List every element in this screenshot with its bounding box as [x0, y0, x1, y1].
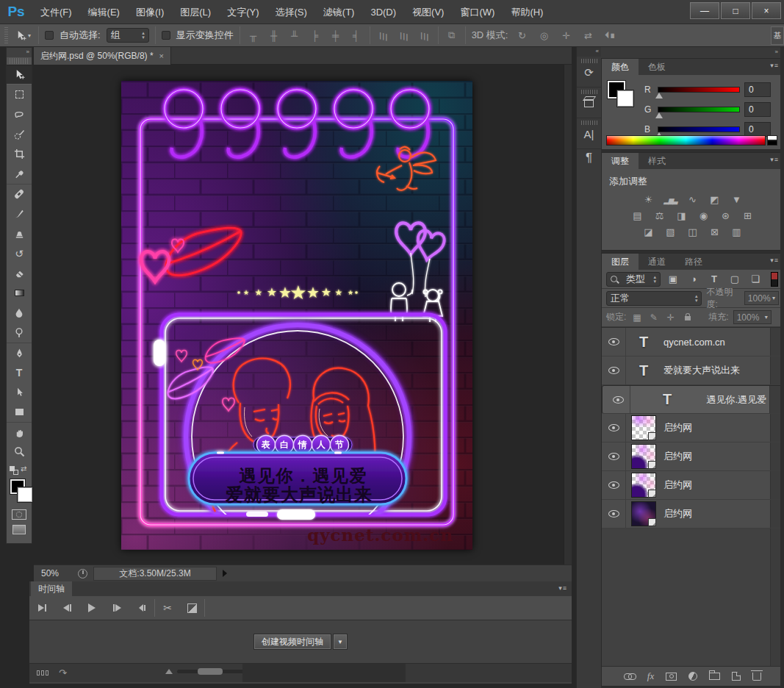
3d-slide-icon[interactable]: ⇄	[580, 30, 596, 41]
align-bottom-button[interactable]: ╨	[287, 30, 302, 41]
smart-object-thumbnail[interactable]	[631, 415, 656, 440]
quick-selection-tool[interactable]	[7, 124, 32, 144]
frame-view-icon[interactable]	[37, 670, 48, 676]
collapse-dock-button[interactable]: »	[601, 47, 784, 58]
filter-pixel-layers-icon[interactable]: ▣	[665, 273, 681, 284]
close-button[interactable]: ×	[752, 2, 781, 19]
path-selection-tool[interactable]	[7, 382, 32, 402]
paragraph-panel-button[interactable]: ¶	[577, 149, 601, 180]
healing-brush-tool[interactable]	[7, 184, 32, 204]
lock-transparency-icon[interactable]: ▦	[630, 312, 643, 323]
filter-toggle-switch[interactable]	[771, 272, 778, 287]
visibility-toggle[interactable]	[602, 500, 626, 528]
blur-tool[interactable]	[7, 303, 32, 323]
audio-mute-button[interactable]	[129, 604, 154, 612]
color-spectrum-ramp[interactable]	[606, 135, 766, 146]
levels-icon[interactable]: ▂▆▃	[662, 193, 679, 206]
canvas-vertical-scrollbar[interactable]	[564, 65, 572, 565]
create-timeline-dropdown[interactable]: ▼	[333, 634, 348, 650]
b-slider[interactable]	[658, 126, 740, 132]
layer-name[interactable]: 启约网	[663, 421, 692, 434]
status-flyout-icon[interactable]	[223, 570, 227, 577]
filter-type-layers-icon[interactable]: T	[706, 273, 722, 284]
3d-camera-icon[interactable]: ⏴∎	[602, 29, 618, 41]
r-slider[interactable]	[658, 87, 740, 93]
text-layer-thumbnail[interactable]: T	[639, 334, 648, 351]
auto-select-checkbox[interactable]	[45, 31, 54, 40]
channel-mixer-icon[interactable]: ⊛	[717, 209, 734, 222]
align-top-button[interactable]: ╥	[246, 30, 261, 41]
tab-styles[interactable]: 样式	[639, 153, 675, 169]
filter-smart-objects-icon[interactable]: ❏	[747, 273, 763, 284]
brightness-contrast-icon[interactable]: ☀	[640, 193, 657, 206]
play-button[interactable]	[79, 603, 104, 612]
align-vcenter-button[interactable]: ╫	[267, 30, 281, 41]
zoom-out-mountain-icon[interactable]	[165, 669, 173, 674]
pen-tool[interactable]	[7, 343, 32, 362]
shape-tool[interactable]	[7, 402, 32, 422]
document-area[interactable]: ★ ★ ★ ★ ★ ★ ★ ★ ★	[34, 65, 572, 565]
lock-position-icon[interactable]: ✛	[664, 312, 677, 323]
workspace-switcher-button[interactable]: 基	[771, 26, 784, 45]
layer-name[interactable]: 遇见你.遇见爱	[706, 393, 766, 406]
layers-panel-menu-icon[interactable]: ▾≡	[770, 257, 779, 264]
visibility-toggle[interactable]	[602, 356, 626, 384]
tab-timeline[interactable]: 时间轴	[31, 581, 72, 596]
character-panel-button[interactable]: A|	[577, 118, 601, 149]
fill-value-dropdown[interactable]: 100%▾	[733, 310, 772, 324]
first-frame-button[interactable]	[29, 604, 54, 612]
previous-frame-button[interactable]	[54, 604, 79, 612]
visibility-toggle[interactable]	[602, 328, 626, 356]
menu-select[interactable]: 选择(S)	[267, 0, 314, 24]
selective-color-icon[interactable]: ⊠	[706, 226, 723, 238]
properties-3d-panel-button[interactable]	[577, 87, 601, 118]
r-value-input[interactable]: 0	[744, 82, 771, 97]
adjustments-panel-menu-icon[interactable]: ▾≡	[770, 156, 779, 163]
g-value-input[interactable]: 0	[744, 102, 771, 117]
quick-mask-button[interactable]	[12, 509, 26, 520]
smart-object-thumbnail[interactable]	[631, 473, 656, 498]
render-flyout-icon[interactable]: ↷	[59, 667, 67, 678]
color-balance-icon[interactable]: ⚖	[651, 209, 668, 222]
layer-name[interactable]: qycnet.com.cn	[663, 337, 725, 348]
new-group-icon[interactable]	[709, 673, 720, 680]
document-size-field[interactable]: 文档:3.50M/25.3M	[93, 567, 217, 581]
layer-name[interactable]: 启约网	[663, 450, 692, 463]
fg-bg-swatches[interactable]	[608, 81, 640, 113]
distribute-hcenter-button[interactable]: ☰	[397, 30, 411, 41]
3d-drag-icon[interactable]: ✛	[558, 30, 574, 41]
move-tool[interactable]	[7, 65, 32, 85]
align-left-button[interactable]: ╞	[308, 30, 323, 41]
layer-filter-type-dropdown[interactable]: 类型 ▴▾	[606, 272, 661, 287]
minimize-button[interactable]: —	[690, 2, 719, 19]
visibility-toggle[interactable]	[602, 414, 626, 442]
exposure-icon[interactable]: ◩	[706, 193, 723, 206]
menu-help[interactable]: 帮助(H)	[503, 0, 551, 24]
auto-select-dropdown[interactable]: 组 ▴▾	[107, 28, 149, 43]
tab-paths[interactable]: 路径	[675, 254, 712, 270]
next-frame-button[interactable]	[104, 604, 129, 612]
screen-mode-button[interactable]	[12, 525, 26, 534]
color-lookup-icon[interactable]: ⊞	[739, 209, 756, 222]
layer-row[interactable]: 启约网	[602, 471, 783, 500]
toolbox-collapse-button[interactable]: »	[7, 48, 32, 57]
hand-tool[interactable]	[7, 422, 32, 442]
menu-layer[interactable]: 图层(L)	[172, 0, 219, 24]
auto-align-layers-button[interactable]: ⧉	[445, 29, 459, 41]
filter-shape-layers-icon[interactable]: ▢	[727, 273, 743, 284]
opacity-value-dropdown[interactable]: 100%▾	[744, 291, 779, 305]
crop-tool[interactable]	[7, 144, 32, 164]
distribute-left-button[interactable]: ☰	[376, 30, 391, 41]
create-video-timeline-button[interactable]: 创建视频时间轴	[253, 634, 331, 650]
delete-layer-icon[interactable]	[752, 673, 761, 681]
canvas-artwork[interactable]: ★ ★ ★ ★ ★ ★ ★ ★ ★	[121, 81, 472, 550]
type-tool[interactable]: T	[7, 362, 32, 382]
toolbox-grip[interactable]	[10, 58, 29, 64]
expand-panels-button[interactable]: «	[577, 47, 601, 57]
tab-layers[interactable]: 图层	[602, 254, 639, 270]
brush-tool[interactable]	[7, 204, 32, 223]
visibility-toggle[interactable]	[602, 471, 626, 499]
transition-icon[interactable]	[187, 603, 197, 613]
layer-row[interactable]: 启约网	[602, 442, 783, 471]
align-right-button[interactable]: ╡	[349, 30, 364, 41]
